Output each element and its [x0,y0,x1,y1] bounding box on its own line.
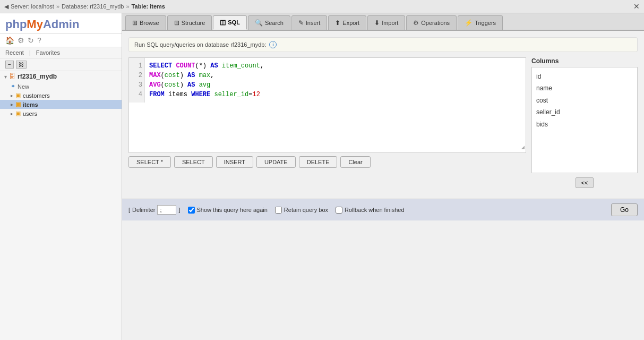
column-seller-id[interactable]: seller_id [536,106,633,118]
columns-list: id name cost seller_id bids [531,67,638,173]
tab-search[interactable]: 🔍 Search [248,15,290,30]
sidebar-controls: − ⛓ [0,58,122,71]
export-icon: ⬆ [335,19,340,27]
tab-sql[interactable]: ◫ SQL [213,15,247,30]
db-icon: 🗄 [9,73,15,80]
column-name[interactable]: name [536,82,633,94]
sidebar-icons: 🏠 ⚙ ↻ ? [0,34,122,47]
insert-icon: ✎ [298,19,304,27]
info-icon: i [269,41,277,48]
retain-box-checkbox[interactable] [275,207,282,214]
query-header: Run SQL query/queries on database rf2316… [128,37,638,52]
new-icon: ✦ [11,83,15,90]
go-button[interactable]: Go [611,203,638,216]
retain-box-label: Retain query box [284,207,328,213]
delimiter-input[interactable] [157,205,176,215]
insert-button[interactable]: INSERT [216,156,253,168]
logo-php: php [5,18,27,31]
select-star-button[interactable]: SELECT * [128,156,171,168]
delimiter-label: Delimiter [132,207,155,213]
tab-export[interactable]: ⬆ Export [328,15,366,30]
delimiter-close-bracket: ] [178,207,180,213]
main-content: ⊞ Browse ⊟ Structure ◫ SQL 🔍 Search ✎ In… [122,13,644,340]
tab-browse[interactable]: ⊞ Browse [125,15,166,30]
tab-structure[interactable]: ⊟ Structure [167,15,212,30]
collapse-all-btn[interactable]: − [5,61,14,69]
sql-line-3: AVG(cost) AS avg [149,80,522,90]
rollback-section: Rollback when finished [336,207,405,214]
tab-triggers-label: Triggers [475,20,496,26]
new-table-item[interactable]: ✦ New [0,82,122,91]
show-query-label: Show this query here again [197,207,268,213]
sql-editor-container: 1234 SELECT COUNT(*) AS item_count, MAX(… [128,57,526,188]
table-icon: ▣ [15,101,21,108]
insert-cols-button[interactable]: << [576,177,594,188]
column-cost[interactable]: cost [536,95,633,106]
breadcrumb-server[interactable]: Server: localhost [11,3,54,10]
refresh-icon[interactable]: ↻ [28,36,34,45]
tab-operations-label: Operations [421,20,450,26]
show-query-checkbox[interactable] [188,207,195,214]
tab-triggers[interactable]: ⚡ Triggers [458,15,503,30]
content-area: Run SQL query/queries on database rf2316… [122,31,644,199]
table-name-items[interactable]: items [23,101,38,108]
expand-icon: ▸ [11,102,13,107]
breadcrumb-arrow-back[interactable]: ◀ [4,3,8,10]
recent-link[interactable]: Recent [5,49,24,56]
breadcrumb-bar: ◀ Server: localhost » Database: rf2316_m… [0,0,644,13]
sql-content: SELECT COUNT(*) AS item_count, MAX(cost)… [148,61,522,99]
import-icon: ⬇ [374,19,380,27]
help-icon[interactable]: ? [37,36,41,45]
breadcrumb-table: Table: items [132,3,165,10]
show-query-section: Show this query here again [188,207,268,214]
tab-import-label: Import [382,20,398,26]
search-icon: 🔍 [255,19,263,27]
sql-line-4: FROM items WHERE seller_id=12 [149,90,522,99]
database-item[interactable]: ▾ 🗄 rf2316_mydb [0,71,122,82]
rollback-checkbox[interactable] [336,207,342,214]
column-id[interactable]: id [536,71,633,82]
tree-item-users[interactable]: ▸ ▣ users [0,109,122,118]
select-button[interactable]: SELECT [174,156,213,168]
update-button[interactable]: UPDATE [256,156,296,168]
db-collapse-icon: ▾ [4,74,7,80]
breadcrumb: ◀ Server: localhost » Database: rf2316_m… [4,3,165,10]
table-name-customers[interactable]: customers [23,92,50,99]
delimiter-open-bracket: [ [128,207,130,213]
table-name-users[interactable]: users [23,110,37,117]
link-icon-btn[interactable]: ⛓ [16,61,27,69]
table-icon: ▣ [15,110,21,117]
tree-item-customers[interactable]: ▸ ▣ customers [0,91,122,100]
tab-search-label: Search [265,20,284,26]
tab-browse-label: Browse [140,20,159,26]
tab-operations[interactable]: ⚙ Operations [406,15,457,30]
line-numbers: 1234 [129,58,145,103]
new-label[interactable]: New [18,83,29,90]
home-icon[interactable]: 🏠 [5,36,14,45]
tab-insert[interactable]: ✎ Insert [291,15,328,30]
sql-display[interactable]: 1234 SELECT COUNT(*) AS item_count, MAX(… [128,57,526,153]
column-bids[interactable]: bids [536,118,633,130]
breadcrumb-close[interactable]: ✕ [633,2,640,11]
tab-structure-label: Structure [182,20,205,26]
clear-button[interactable]: Clear [340,156,370,168]
structure-icon: ⊟ [174,19,179,27]
tree-item-items[interactable]: ▸ ▣ items [0,100,122,109]
delete-button[interactable]: DELETE [299,156,338,168]
db-name[interactable]: rf2316_mydb [18,73,57,80]
tab-import[interactable]: ⬇ Import [367,15,405,30]
sql-area-wrapper: 1234 SELECT COUNT(*) AS item_count, MAX(… [128,57,638,188]
favorites-link[interactable]: Favorites [36,49,60,56]
sidebar: phpMyAdmin 🏠 ⚙ ↻ ? Recent | Favorites − … [0,13,122,340]
logo: phpMyAdmin [0,13,122,34]
operations-icon: ⚙ [413,19,419,27]
breadcrumb-database[interactable]: Database: rf2316_mydb [62,3,124,10]
columns-label: Columns [531,57,638,65]
table-icon: ▣ [15,92,21,99]
breadcrumb-sep1: » [56,3,59,10]
browse-icon: ⊞ [132,19,138,27]
settings-icon[interactable]: ⚙ [18,36,24,45]
insert-cols-section: << [531,177,638,188]
tab-sql-label: SQL [228,19,240,26]
tab-insert-label: Insert [306,20,321,26]
